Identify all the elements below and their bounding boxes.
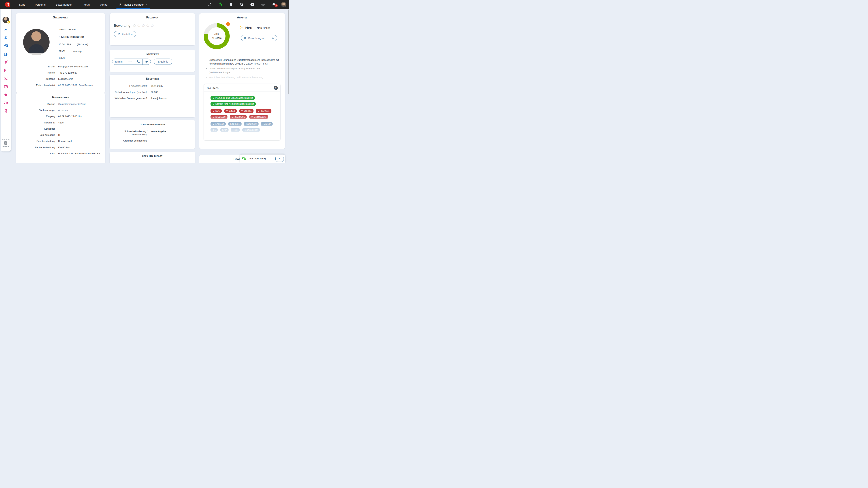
bell-icon[interactable]: 29: [270, 1, 277, 8]
star-icon[interactable]: ☆: [132, 23, 137, 28]
skilltag[interactable]: ISO9001: [256, 109, 272, 113]
birthdate-row: 15.04.1989(36 Jahre): [59, 43, 88, 46]
skilltag-label: ISO 9001: [230, 123, 240, 125]
expand-chevrons-icon[interactable]: [2, 26, 9, 33]
menu-item-verlauf[interactable]: Verlauf: [100, 3, 108, 6]
skilltag[interactable]: ISO 9001: [228, 122, 242, 126]
page-scrollbar[interactable]: [288, 9, 289, 94]
handshake-icon[interactable]: [126, 59, 134, 65]
skilltag[interactable]: SQL: [211, 109, 222, 113]
expand-options-button[interactable]: [269, 35, 277, 41]
sidebar-item-send[interactable]: [2, 59, 9, 66]
skilltag[interactable]: IFS: [211, 128, 218, 132]
search-icon[interactable]: [238, 1, 245, 8]
sidebar-item-calendar[interactable]: [2, 83, 9, 90]
menu-item-portal[interactable]: Portal: [83, 3, 90, 6]
sidebar-item-applicant-doc[interactable]: [2, 67, 9, 74]
active-tab-underline: [117, 8, 150, 9]
robot-icon[interactable]: [259, 1, 267, 8]
sidebar-item-candidate[interactable]: [2, 34, 9, 41]
star-icon[interactable]: ☆: [146, 23, 150, 28]
row-value-link[interactable]: 08.09.2025 15:09, Reto Ranzen: [58, 84, 101, 87]
skilltag-label: Gitlab: [229, 110, 235, 112]
skilltag[interactable]: ISO 22000: [244, 122, 258, 126]
row-value: finest-jobs.com: [151, 97, 191, 100]
row-value: [58, 127, 101, 130]
row-value: Karl Kublai: [58, 146, 101, 149]
skilltags-title: Skilltags: [207, 87, 219, 90]
menu-item-start[interactable]: Start: [19, 3, 25, 6]
star-icon[interactable]: ☆: [150, 23, 155, 28]
sidebar-item-people[interactable]: [2, 75, 9, 82]
skilltags-help-icon[interactable]: ?: [274, 86, 278, 90]
ki-score-percent: 78%: [214, 33, 219, 35]
rexx-logo-icon[interactable]: [5, 2, 10, 7]
row-label: Frühester Eintritt: [114, 85, 147, 88]
skilltag[interactable]: ISO27001: [230, 115, 247, 119]
menu-item-bewerbungen[interactable]: Bewerbungen: [56, 3, 72, 6]
skilltag[interactable]: Englisch: [211, 122, 226, 126]
chat-icon: [242, 157, 246, 161]
sparkles-icon: [240, 25, 244, 30]
stopwatch-icon[interactable]: [217, 1, 224, 8]
navbar-actions: ? 29: [206, 1, 286, 8]
row-value-link[interactable]: Qualitätsmanager (m/w/d): [58, 102, 101, 106]
skilltag[interactable]: Kontakt- und Kommunikationsfähigkeit: [211, 102, 256, 106]
tab-candidate-moritz-bieckbeer[interactable]: Moritz Bieckbeer: [115, 0, 151, 9]
skilltag[interactable]: Planungs- und Organisationsfähigkeit: [211, 96, 255, 100]
skilltag-label: ISO27001: [235, 116, 245, 118]
bookmark-icon[interactable]: [227, 1, 235, 8]
star-icon[interactable]: ☆: [137, 23, 142, 28]
deliver-button[interactable]: Zustellen: [114, 31, 136, 37]
chat-collapse-button[interactable]: [275, 156, 284, 162]
info-row: Eingang08.09.2025 15:06 Uhr: [20, 115, 101, 118]
video-icon[interactable]: [142, 59, 151, 65]
swap-icon[interactable]: [206, 1, 213, 8]
ai-sparkle-badge: ✦: [7, 21, 10, 24]
skilltag[interactable]: Jenkins: [239, 109, 253, 113]
row-label: Orte: [20, 152, 55, 155]
sidebar-item-office-chair[interactable]: [2, 107, 9, 115]
info-row: FachentscheidungKarl Kublai: [20, 146, 101, 149]
skilltag[interactable]: ISO25010: [211, 115, 227, 119]
sonstiges-rows: Frühester Eintritt01.11.2025Gehaltswunsc…: [110, 85, 195, 100]
star-icon[interactable]: ☆: [142, 23, 146, 28]
skilltag[interactable]: CodeQuality: [249, 115, 268, 119]
chat-widget[interactable]: Chat (Verfügbar): [240, 155, 285, 163]
user-avatar[interactable]: [281, 2, 286, 7]
candidate-photo[interactable]: [23, 29, 50, 55]
info-row: SachbearbeitungKonrad Kaul: [20, 139, 101, 143]
document-dropzone[interactable]: [2, 139, 10, 147]
row-value-link[interactable]: Ansehen: [58, 109, 101, 112]
skilltag-label: Teamfähigkeit: [244, 129, 258, 131]
sidebar-item-signature[interactable]: [2, 51, 9, 58]
row-label: Sachbearbeitung: [20, 139, 55, 143]
skilltag-label: ISO25010: [215, 116, 225, 118]
menu-item-personal[interactable]: Personal: [35, 3, 45, 6]
application-doc-button[interactable]: Bewerbungsm...: [241, 35, 277, 41]
info-row: Vakanz ID4295: [20, 121, 101, 124]
warning-badge-icon[interactable]: !: [226, 22, 230, 27]
sidebar-item-mail[interactable]: [2, 42, 9, 50]
skilltag[interactable]: Rexx: [231, 128, 240, 132]
candidate-id: 19578: [59, 57, 65, 59]
rating-stars[interactable]: ☆☆☆☆☆: [132, 24, 155, 28]
phone-icon[interactable]: [134, 59, 142, 65]
info-row: StellenanzeigeAnsehen: [20, 109, 101, 112]
skilltag-label: IFS: [213, 129, 216, 131]
row-label: Fachentscheidung: [20, 146, 55, 149]
skilltag[interactable]: Gitlab: [224, 109, 237, 113]
sidebar-item-favorites[interactable]: [2, 91, 9, 98]
skilltag-row: EnglischISO 9001ISO 22000HACCP: [211, 122, 278, 126]
sidebar-item-chat[interactable]: [2, 99, 9, 106]
skilltag[interactable]: SAP: [220, 128, 228, 132]
skilltag-label: Englisch: [215, 123, 224, 125]
card-title: Stammdaten: [16, 13, 105, 19]
skilltag[interactable]: Teamfähigkeit: [242, 128, 260, 132]
card-title: Feedback: [110, 13, 195, 19]
result-button[interactable]: Ergebnis: [154, 59, 172, 65]
termin-label-button[interactable]: Termin:: [112, 59, 126, 65]
help-icon[interactable]: ?: [249, 1, 256, 8]
skilltag[interactable]: HACCP: [261, 122, 273, 126]
profile-avatar[interactable]: ✦: [3, 17, 9, 23]
